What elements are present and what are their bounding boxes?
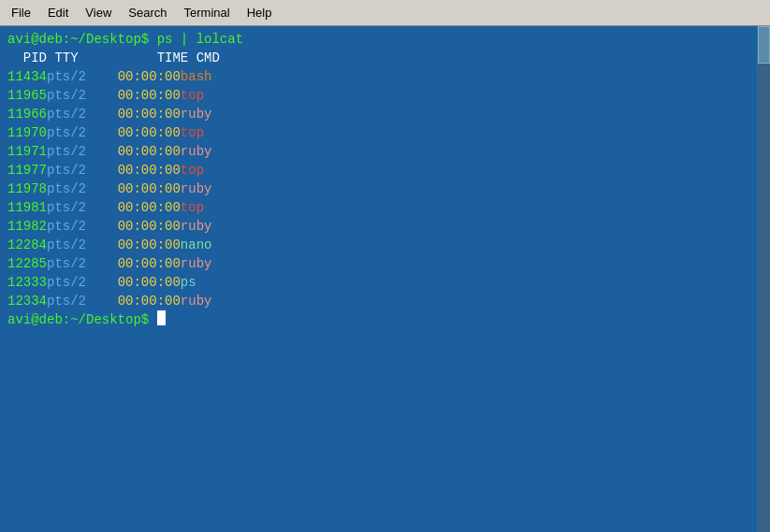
tty-cell: pts/2 [47,236,118,254]
cmd-cell: ruby [181,180,212,198]
cmd-cell: ps [181,273,196,292]
time-cell: 00:00:00 [118,292,181,310]
tty-cell: pts/2 [47,67,118,86]
cmd-cell: ruby [181,217,212,236]
terminal-line-prompt1: avi@deb:~/Desktop$ ps | lolcat [7,30,763,49]
time-cell: 00:00:00 [118,198,181,217]
cmd-cell: top [181,86,204,105]
table-row: 11966 pts/2 00:00:00 ruby [7,105,763,123]
pid-cell: 12285 [7,254,47,273]
cmd-cell: top [181,161,204,180]
time-cell: 00:00:00 [118,217,181,236]
menu-view[interactable]: View [78,4,119,22]
time-cell: 00:00:00 [118,180,181,198]
pid-cell: 11982 [7,217,47,236]
tty-cell: pts/2 [47,198,118,217]
tty-cell: pts/2 [47,180,118,198]
time-cell: 00:00:00 [118,105,181,123]
cmd-cell: ruby [181,254,212,273]
pid-cell: 11965 [7,86,47,105]
terminal-header: PID TTY TIME CMD [7,49,763,67]
tty-cell: pts/2 [47,86,118,105]
table-row: 11971 pts/2 00:00:00 ruby [7,142,763,161]
table-row: 11434 pts/2 00:00:00 bash [7,67,763,86]
tty-cell: pts/2 [47,123,118,142]
table-row: 11965 pts/2 00:00:00 top [7,86,763,105]
prompt-text: avi@deb:~/Desktop$ ps | lolcat [7,30,243,49]
pid-cell: 11981 [7,198,47,217]
cursor [157,310,166,325]
menu-terminal[interactable]: Terminal [177,4,238,22]
table-row: 12284 pts/2 00:00:00 nano [7,236,763,254]
menubar: File Edit View Search Terminal Help [0,0,770,26]
ps-table: 11434 pts/2 00:00:00 bash11965 pts/2 00:… [7,67,763,310]
tty-cell: pts/2 [47,161,118,180]
pid-cell: 11977 [7,161,47,180]
cmd-cell: top [181,198,204,217]
cmd-cell: ruby [181,292,212,310]
tty-cell: pts/2 [47,254,118,273]
tty-cell: pts/2 [47,273,118,292]
tty-cell: pts/2 [47,105,118,123]
terminal-prompt2: avi@deb:~/Desktop$ [7,310,763,329]
tty-cell: pts/2 [47,217,118,236]
pid-cell: 12284 [7,236,47,254]
time-cell: 00:00:00 [118,236,181,254]
pid-cell: 11966 [7,105,47,123]
pid-cell: 11434 [7,67,47,86]
menu-search[interactable]: Search [121,4,174,22]
pid-cell: 11971 [7,142,47,161]
time-cell: 00:00:00 [118,273,181,292]
tty-cell: pts/2 [47,292,118,310]
ps-header: PID TTY TIME CMD [7,49,220,67]
time-cell: 00:00:00 [118,254,181,273]
prompt2-text: avi@deb:~/Desktop$ [7,310,157,329]
table-row: 11982 pts/2 00:00:00 ruby [7,217,763,236]
table-row: 11981 pts/2 00:00:00 top [7,198,763,217]
cmd-cell: nano [181,236,212,254]
pid-cell: 12334 [7,292,47,310]
scrollbar-thumb[interactable] [758,26,770,64]
cmd-cell: top [181,123,204,142]
cmd-cell: bash [181,67,212,86]
cmd-cell: ruby [181,105,212,123]
table-row: 12334 pts/2 00:00:00 ruby [7,292,763,310]
table-row: 11977 pts/2 00:00:00 top [7,161,763,180]
time-cell: 00:00:00 [118,67,181,86]
table-row: 12285 pts/2 00:00:00 ruby [7,254,763,273]
pid-cell: 11970 [7,123,47,142]
terminal[interactable]: avi@deb:~/Desktop$ ps | lolcat PID TTY T… [0,26,770,532]
time-cell: 00:00:00 [118,123,181,142]
cmd-cell: ruby [181,142,212,161]
table-row: 11970 pts/2 00:00:00 top [7,123,763,142]
table-row: 12333 pts/2 00:00:00 ps [7,273,763,292]
time-cell: 00:00:00 [118,161,181,180]
menu-file[interactable]: File [4,4,38,22]
menu-help[interactable]: Help [240,4,280,22]
pid-cell: 11978 [7,180,47,198]
menu-edit[interactable]: Edit [40,4,76,22]
tty-cell: pts/2 [47,142,118,161]
table-row: 11978 pts/2 00:00:00 ruby [7,180,763,198]
scrollbar[interactable] [757,26,770,532]
time-cell: 00:00:00 [118,86,181,105]
time-cell: 00:00:00 [118,142,181,161]
pid-cell: 12333 [7,273,47,292]
